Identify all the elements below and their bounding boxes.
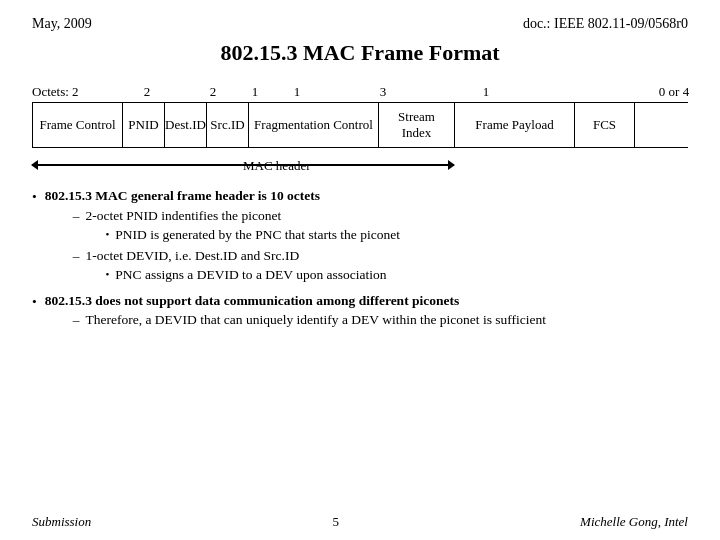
footer-left: Submission <box>32 514 91 530</box>
bullet-2: • 802.15.3 does not support data communi… <box>32 291 688 332</box>
cell-frame-payload: Frame Payload <box>455 103 575 147</box>
cell-fragmentation: Fragmentation Control <box>249 103 379 147</box>
header-right: doc.: IEEE 802.11-09/0568r0 <box>523 16 688 32</box>
footer-center: 5 <box>332 514 339 530</box>
cell-fcs: FCS <box>575 103 635 147</box>
bullet-1-text: 802.15.3 MAC general frame header is 10 … <box>45 186 400 287</box>
cell-destid: Dest.ID <box>165 103 207 147</box>
sub-item-1-2: – 1-octet DEVID, i.e. Dest.ID and Src.ID… <box>73 246 400 285</box>
header-left: May, 2009 <box>32 16 92 32</box>
cell-srcid: Src.ID <box>207 103 249 147</box>
bullet-1: • 802.15.3 MAC general frame header is 1… <box>32 186 688 287</box>
octets-row: 2 2 1 1 3 1 0 or 4 <box>102 84 704 100</box>
footer-right: Michelle Gong, Intel <box>580 514 688 530</box>
bullet-2-text: 802.15.3 does not support data communica… <box>45 291 546 332</box>
page-title: 802.15.3 MAC Frame Format <box>32 40 688 66</box>
content-area: • 802.15.3 MAC general frame header is 1… <box>32 176 688 508</box>
bullet-dot-2: • <box>32 292 37 312</box>
cell-stream-index: Stream Index <box>379 103 455 147</box>
footer: Submission 5 Michelle Gong, Intel <box>32 508 688 530</box>
mac-header-label: MAC header <box>243 158 311 174</box>
cell-frame-control: Frame Control <box>33 103 123 147</box>
sub-item-1-1: – 2-octet PNID indentifies the piconet •… <box>73 206 400 245</box>
octets-label: Octets: 2 <box>32 84 102 100</box>
sub-item-2-1: – Therefore, a DEVID that can uniquely i… <box>73 310 546 330</box>
bullet-dot-1: • <box>32 187 37 207</box>
frame-table: Frame Control PNID Dest.ID Src.ID Fragme… <box>32 102 688 148</box>
cell-pnid: PNID <box>123 103 165 147</box>
